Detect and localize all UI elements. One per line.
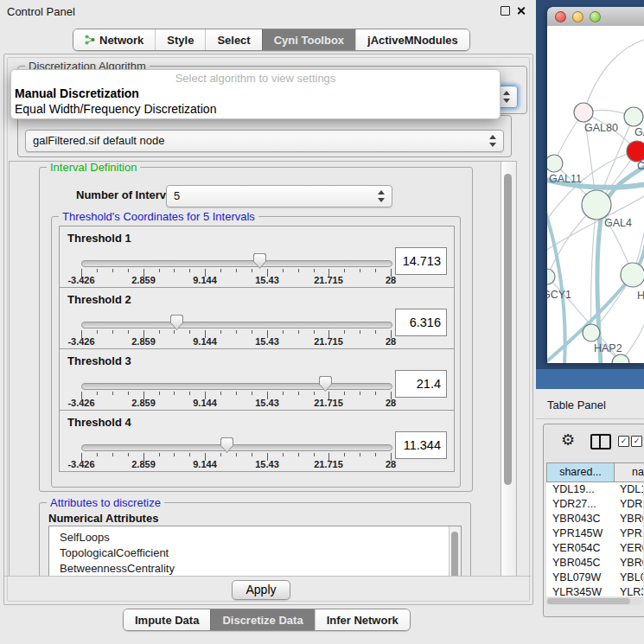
tick-label: -3.426 <box>60 275 103 285</box>
table-row[interactable]: YBR045CYBR0 <box>546 556 643 571</box>
node-gal11[interactable] <box>547 155 563 172</box>
table-horizontal-scrollbar[interactable] <box>546 597 642 605</box>
tick-label: 28 <box>369 459 412 469</box>
cell-name[interactable]: YLR3 <box>615 585 643 596</box>
threshold-value-field[interactable]: 21.4 <box>395 370 447 398</box>
cell-shared-name[interactable]: YDR27... <box>546 497 615 512</box>
svg-text:H: H <box>637 290 644 302</box>
threshold-value-field[interactable]: 11.344 <box>395 431 447 459</box>
network-canvas[interactable]: GAL80 GA C GAL11 GAL4 GCY1 H HAP2 <box>547 26 644 363</box>
tab-infer-network[interactable]: Infer Network <box>315 609 410 630</box>
checkbox-icon[interactable] <box>631 436 642 447</box>
svg-text:GAL4: GAL4 <box>604 217 632 229</box>
tab-network[interactable]: Network <box>73 29 155 50</box>
algorithm-option-manual[interactable]: Manual Discretization <box>11 86 500 101</box>
tab-select[interactable]: Select <box>205 29 261 50</box>
tab-label: jActiveMNodules <box>367 34 458 47</box>
table-panel-window: ⚙ shared... na YDL19...YDL1YDR27...YDR2Y… <box>543 424 644 617</box>
table-row[interactable]: YDR27...YDR2 <box>546 497 643 512</box>
cell-shared-name[interactable]: YBL079W <box>546 571 615 585</box>
tab-style[interactable]: Style <box>155 29 205 50</box>
tick-label: 21.715 <box>307 398 350 408</box>
svg-text:GCY1: GCY1 <box>547 289 571 301</box>
threshold-panel-1: Threshold 1-3.4262.8599.14415.4321.71528… <box>59 226 455 288</box>
node-ga[interactable] <box>624 107 643 126</box>
tab-jactivemnodules[interactable]: jActiveMNodules <box>355 29 469 50</box>
cell-shared-name[interactable]: YLR345W <box>546 585 615 596</box>
checkbox-icon[interactable] <box>618 436 629 447</box>
node-gcy1[interactable] <box>547 269 555 284</box>
tab-impute-data[interactable]: Impute Data <box>124 609 210 630</box>
bottom-tab-bar: Impute DataDiscretize DataInfer Network <box>123 609 411 631</box>
node-gal80[interactable] <box>574 103 593 122</box>
interval-definition-group: Interval Definition Number of Intervals … <box>39 167 473 492</box>
tab-cyni-toolbox[interactable]: Cyni Toolbox <box>262 29 355 50</box>
node-gal4[interactable] <box>582 190 611 220</box>
network-window-titlebar[interactable] <box>547 7 644 27</box>
divider <box>4 576 531 577</box>
cell-name[interactable]: YBR0 <box>615 512 643 526</box>
table-row[interactable]: YPR145WYPR1 <box>546 526 643 541</box>
node-h[interactable] <box>621 263 644 287</box>
threshold-panel-3: Threshold 3-3.4262.8599.14415.4321.71528… <box>59 348 455 411</box>
column-layout-icon[interactable] <box>590 434 611 450</box>
svg-text:GA: GA <box>634 126 644 138</box>
node-red-selected[interactable] <box>627 141 644 162</box>
slider-track[interactable] <box>81 322 392 328</box>
algorithm-option-equal-width[interactable]: Equal Width/Frequency Discretization <box>11 101 500 117</box>
network-nodes[interactable] <box>547 103 644 363</box>
table-row[interactable]: YBL079WYBL0 <box>546 571 643 585</box>
table-row[interactable]: YER054CYER0 <box>546 541 643 556</box>
cell-shared-name[interactable]: YBR045C <box>546 556 615 571</box>
threshold-value-field[interactable]: 14.713 <box>395 247 447 275</box>
cell-name[interactable]: YBL0 <box>615 571 643 585</box>
float-window-icon[interactable] <box>501 6 510 16</box>
gear-icon[interactable]: ⚙ <box>561 430 575 450</box>
attribute-list-item[interactable]: SelfLoops <box>49 530 461 545</box>
attributes-group-label: Attributes to discretize <box>47 496 164 509</box>
settings-scrollbar[interactable] <box>501 161 517 577</box>
attribute-list-item[interactable]: TopologicalCoefficient <box>49 545 461 561</box>
cell-name[interactable]: YDL1 <box>615 482 643 497</box>
table-row[interactable]: YDL19...YDL1 <box>546 482 643 497</box>
slider-track[interactable] <box>81 444 392 451</box>
attributes-scrollbar[interactable] <box>449 526 461 577</box>
table-row[interactable]: YBR043CYBR0 <box>546 512 643 526</box>
cell-shared-name[interactable]: YBR043C <box>546 512 615 526</box>
slider-track[interactable] <box>81 260 392 267</box>
tab-discretize-data[interactable]: Discretize Data <box>210 609 314 630</box>
node-hap2[interactable] <box>583 324 600 341</box>
table-body[interactable]: YDL19...YDL1YDR27...YDR2YBR043CYBR0YPR14… <box>546 482 643 596</box>
cell-name[interactable]: YPR1 <box>615 526 643 541</box>
table-header: shared... na <box>546 462 644 482</box>
cell-shared-name[interactable]: YER054C <box>546 541 615 556</box>
tab-label: Discretize Data <box>222 614 303 627</box>
column-header-name[interactable]: na <box>615 462 644 482</box>
table-data-value: galFiltered.sif default node <box>33 134 164 147</box>
cell-shared-name[interactable]: YDL19... <box>546 482 615 497</box>
minimize-traffic-light-icon[interactable] <box>572 11 583 22</box>
numerical-attributes-list[interactable]: SelfLoopsTopologicalCoefficientBetweenne… <box>48 526 462 577</box>
tick-label: 21.715 <box>307 336 350 347</box>
zoom-traffic-light-icon[interactable] <box>590 11 601 22</box>
tick-label: 15.43 <box>245 398 289 408</box>
attribute-list-item[interactable]: BetweennessCentrality <box>49 561 461 577</box>
spinner-icon <box>489 135 497 147</box>
table-data-combo[interactable]: galFiltered.sif default node <box>25 130 504 152</box>
desktop-background-strip <box>536 369 644 389</box>
cell-name[interactable]: YER0 <box>615 541 643 556</box>
cell-name[interactable]: YBR0 <box>615 556 643 571</box>
column-header-shared-name[interactable]: shared... <box>546 462 615 482</box>
num-intervals-combo[interactable]: 5 <box>166 185 392 207</box>
cell-name[interactable]: YDR2 <box>615 497 643 512</box>
slider-track[interactable] <box>81 383 392 390</box>
threshold-value-field[interactable]: 6.316 <box>395 309 447 336</box>
apply-button[interactable]: Apply <box>232 580 290 600</box>
close-icon[interactable] <box>516 6 526 16</box>
tab-label: Style <box>167 34 194 47</box>
cell-shared-name[interactable]: YPR145W <box>546 526 615 541</box>
table-row[interactable]: YLR345WYLR3 <box>546 585 643 596</box>
close-traffic-light-icon[interactable] <box>555 11 566 22</box>
threshold-panel-2: Threshold 2-3.4262.8599.14415.4321.71528… <box>59 287 455 349</box>
tab-label: Network <box>99 34 143 47</box>
